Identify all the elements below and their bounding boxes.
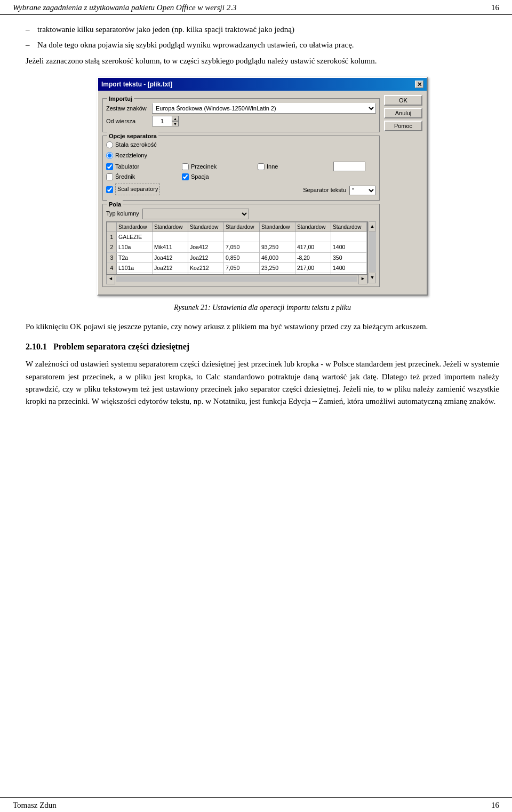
table-cell: L10a — [117, 242, 153, 252]
table-cell: 217,00 — [295, 262, 331, 273]
other-text-input[interactable] — [333, 162, 365, 171]
col-header-2: Standardow — [153, 222, 188, 232]
table-cell — [188, 232, 224, 242]
table-row: 5L101bJoa222Koz2127,05023,250217,001400 — [107, 273, 367, 275]
ok-button[interactable]: OK — [384, 95, 422, 106]
horizontal-scrollbar[interactable]: ◄ ► — [106, 275, 367, 283]
check-merge[interactable] — [106, 186, 113, 193]
spinner-buttons: ▲ ▼ — [172, 116, 179, 126]
dialog-right-panel: OK Anuluj Pomoc — [384, 95, 422, 290]
table-cell: -8,20 — [295, 252, 331, 262]
figure-caption: Rysunek 21: Ustawienia dla operacji impo… — [26, 302, 499, 314]
col-type-row: Typ kolumny — [106, 209, 376, 219]
radio-delimited[interactable] — [106, 152, 113, 159]
check-comma[interactable] — [182, 163, 189, 170]
table-cell — [331, 232, 367, 242]
col-header-7: Standardow — [331, 222, 367, 232]
table-cell: 0,850 — [224, 252, 260, 262]
table-cell: 23,250 — [260, 262, 295, 273]
groupbox-import-label: Importuj — [107, 94, 134, 104]
section-title-text — [49, 342, 51, 351]
radio-delimited-label: Rozdzielony — [115, 151, 147, 160]
col-type-label: Typ kolumny — [106, 209, 139, 218]
scroll-down-arrow[interactable]: ▼ — [369, 273, 376, 283]
header-page: 16 — [491, 3, 499, 12]
check-semicolon[interactable] — [106, 173, 113, 180]
col-header-3: Standardow — [188, 222, 224, 232]
check-other-row: Inne — [258, 162, 329, 171]
charset-select[interactable]: Europa Środkowa (Windows-1250/WinLatin 2… — [152, 103, 376, 114]
table-cell: 1400 — [331, 242, 367, 252]
bullet-item-2: – Na dole tego okna pojawia się szybki p… — [26, 39, 499, 51]
help-button[interactable]: Pomoc — [384, 121, 422, 131]
from-row-row: Od wiersza ▲ ▼ — [106, 116, 376, 126]
table-cell: 46,000 — [260, 252, 295, 262]
table-cell: 350 — [331, 252, 367, 262]
table-cell: Koz212 — [188, 262, 224, 273]
row-number-cell: 1 — [107, 232, 117, 242]
radio-fixed-label: Stała szerokość — [115, 140, 157, 149]
dialog-titlebar: Import tekstu - [plik.txt] ✕ — [98, 78, 427, 91]
header-title: Wybrane zagadnienia z użytkowania pakiet… — [13, 3, 236, 12]
check-merge-row: Scal separatory — [106, 184, 160, 195]
table-row: 4L101aJoa212Koz2127,05023,250217,001400 — [107, 262, 367, 273]
section-heading: 2.10.1 Problem separatora części dziesię… — [26, 340, 499, 354]
spinner-down[interactable]: ▼ — [172, 121, 179, 126]
table-cell: Koz212 — [188, 273, 224, 275]
table-cell: 23,250 — [260, 273, 295, 275]
import-dialog: Import tekstu - [plik.txt] ✕ Importuj Ze… — [97, 77, 428, 296]
vertical-scrollbar[interactable]: ▲ ▼ — [367, 221, 376, 283]
check-space[interactable] — [182, 173, 189, 180]
radio-fixed[interactable] — [106, 141, 113, 148]
paragraph-2: Po kliknięciu OK pojawi się jeszcze pyta… — [26, 321, 499, 333]
scroll-up-arrow[interactable]: ▲ — [369, 221, 376, 232]
bullet-item-1: – traktowanie kilku separatorów jako jed… — [26, 23, 499, 36]
text-sep-label: Separator tekstu — [303, 186, 346, 195]
groupbox-import: Importuj Zestaw znaków Europa Środkowa (… — [102, 98, 380, 132]
check-tab[interactable] — [106, 163, 113, 170]
page-header: Wybrane zagadnienia z użytkowania pakiet… — [0, 0, 512, 15]
check-other[interactable] — [258, 163, 265, 170]
table-cell: T2a — [117, 252, 153, 262]
table-row: 2L10aMik411Joa4127,05093,250417,001400 — [107, 242, 367, 252]
groupbox-import-content: Zestaw znaków Europa Środkowa (Windows-1… — [106, 103, 376, 126]
table-cell: 1400 — [331, 273, 367, 275]
table-cell: 7,050 — [224, 273, 260, 275]
col-header-5: Standardow — [260, 222, 295, 232]
fields-content: Typ kolumny — [106, 209, 376, 283]
dialog-wrapper: Import tekstu - [plik.txt] ✕ Importuj Ze… — [26, 77, 499, 296]
table-cell: L101b — [117, 273, 153, 275]
preview-table-wrapper: Standardow Standardow Standardow Standar… — [106, 221, 367, 275]
table-cell — [153, 232, 188, 242]
section-number: 2.10.1 — [26, 342, 47, 351]
table-cell: Joa412 — [153, 252, 188, 262]
sep-options-grid: Tabulator Przecinek Inne — [106, 162, 376, 181]
check-comma-row: Przecinek — [182, 162, 253, 171]
footer-author: Tomasz Zdun — [13, 801, 57, 810]
col-type-select[interactable] — [142, 209, 249, 219]
cancel-button[interactable]: Anuluj — [384, 108, 422, 118]
paragraph-3: W zależności od ustawień systemu separat… — [26, 358, 499, 408]
text-sep-select[interactable]: " — [349, 186, 376, 195]
table-cell: GALEZIE — [117, 232, 153, 242]
spinner-up[interactable]: ▲ — [172, 116, 179, 121]
table-row: 1GALEZIE — [107, 232, 367, 242]
check-merge-label: Scal separatory — [115, 184, 160, 195]
scroll-right-arrow[interactable]: ► — [358, 274, 367, 284]
footer-page: 16 — [491, 801, 499, 810]
groupbox-fields: Pola Typ kolumny — [102, 204, 380, 287]
check-space-label: Spacja — [191, 172, 209, 181]
dialog-body: Importuj Zestaw znaków Europa Środkowa (… — [98, 91, 427, 294]
preview-container: Standardow Standardow Standardow Standar… — [106, 221, 376, 283]
text-sep-row: Separator tekstu " — [303, 186, 376, 195]
scroll-left-arrow[interactable]: ◄ — [106, 274, 115, 284]
row-number-cell: 3 — [107, 252, 117, 262]
table-cell: Mik411 — [153, 242, 188, 252]
scroll-track-horizontal — [116, 276, 357, 282]
from-row-spinner[interactable]: ▲ ▼ — [152, 116, 179, 126]
table-header-row: Standardow Standardow Standardow Standar… — [107, 222, 367, 232]
from-row-input[interactable] — [153, 116, 172, 126]
dialog-close-button[interactable]: ✕ — [415, 81, 423, 88]
groupbox-fields-label: Pola — [107, 200, 123, 209]
row-num-header — [107, 222, 117, 232]
